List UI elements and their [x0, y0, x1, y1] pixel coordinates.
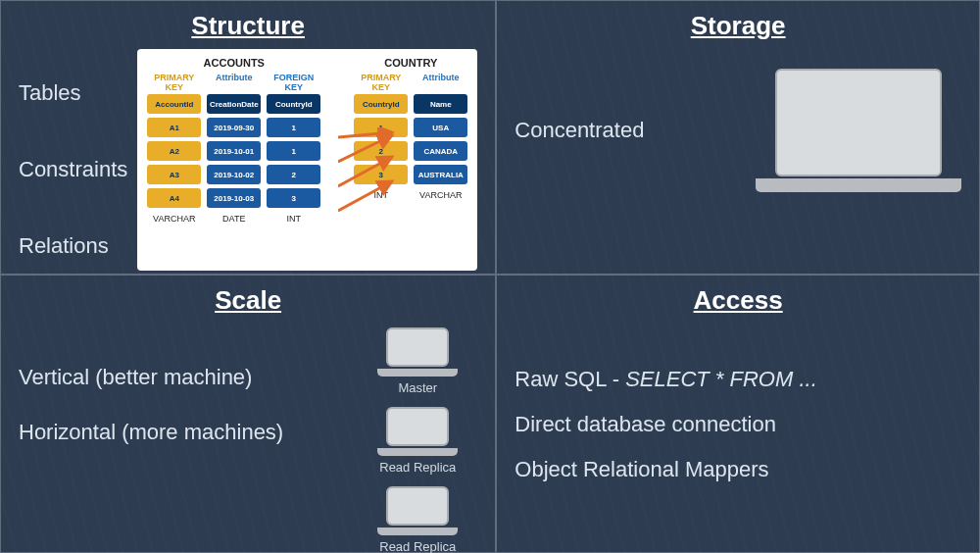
table-cell: 2019-10-02	[207, 165, 261, 184]
scale-node-replica-2: Read Replica	[377, 486, 458, 553]
db-schema-diagram: ACCOUNTS PRIMARY KEY Attribute FOREIGN K…	[137, 49, 477, 271]
access-title: Access	[514, 285, 961, 316]
table-cell: CANADA	[414, 141, 467, 161]
accounts-type-0: VARCHAR	[147, 214, 201, 224]
structure-side-labels: Tables Constraints Relations	[19, 49, 127, 271]
storage-panel: Storage Concentrated	[496, 0, 980, 275]
access-raw-sql-prefix: Raw SQL -	[514, 367, 625, 391]
laptop-icon	[377, 327, 458, 377]
accounts-header-countryid: CountryId	[267, 94, 320, 114]
table-cell: 2019-09-30	[207, 118, 261, 137]
access-direct-connection: Direct database connection	[514, 412, 961, 437]
country-table: COUNTRY PRIMARY KEY Attribute CountryId …	[354, 57, 467, 200]
table-cell: 1	[354, 118, 408, 137]
accounts-table: ACCOUNTS PRIMARY KEY Attribute FOREIGN K…	[147, 57, 320, 224]
accounts-attr-label: Attribute	[207, 73, 261, 92]
table-cell: 2	[267, 165, 320, 184]
label-tables: Tables	[19, 80, 127, 106]
label-constraints: Constraints	[19, 157, 127, 182]
access-panel: Access Raw SQL - SELECT * FROM ... Direc…	[496, 275, 980, 553]
storage-title: Storage	[514, 11, 961, 41]
scale-title: Scale	[19, 285, 477, 316]
table-cell: A4	[147, 188, 201, 208]
table-cell: A1	[147, 118, 201, 137]
country-header-countryid: CountryId	[354, 94, 408, 114]
replica-label-2: Read Replica	[377, 539, 458, 553]
scale-panel: Scale Vertical (better machine) Horizont…	[0, 275, 496, 553]
structure-title: Structure	[19, 11, 477, 41]
table-cell: USA	[414, 118, 467, 137]
scale-node-replica-1: Read Replica	[377, 407, 458, 475]
laptop-icon	[377, 407, 458, 456]
storage-text: Concentrated	[514, 118, 644, 143]
access-orm: Object Relational Mappers	[514, 457, 961, 482]
accounts-header-accountid: AccountId	[147, 94, 201, 114]
table-cell: 3	[354, 165, 408, 184]
laptop-icon	[756, 69, 961, 192]
country-attr-label: Attribute	[414, 73, 467, 92]
country-table-name: COUNTRY	[384, 57, 437, 69]
master-label: Master	[377, 380, 458, 395]
access-raw-sql-query: SELECT * FROM ...	[625, 367, 817, 391]
accounts-type-2: INT	[267, 214, 320, 224]
table-cell: 1	[267, 141, 320, 161]
accounts-pk-label: PRIMARY KEY	[147, 73, 201, 92]
table-cell: 2019-10-01	[207, 141, 261, 161]
table-cell: 2019-10-03	[207, 188, 261, 208]
laptop-icon	[377, 486, 458, 535]
accounts-header-creationdate: CreationDate	[207, 94, 261, 114]
accounts-table-name: ACCOUNTS	[204, 57, 265, 69]
table-cell: 2	[354, 141, 408, 161]
scale-node-master: Master	[377, 327, 458, 395]
table-cell: AUSTRALIA	[414, 165, 467, 184]
country-type-1: VARCHAR	[414, 190, 467, 200]
scale-horizontal-text: Horizontal (more machines)	[19, 420, 358, 445]
replica-label-1: Read Replica	[377, 460, 458, 475]
table-cell: A3	[147, 165, 201, 184]
scale-vertical-text: Vertical (better machine)	[19, 365, 358, 390]
country-header-name: Name	[414, 94, 467, 114]
accounts-type-1: DATE	[207, 214, 261, 224]
structure-panel: Structure Tables Constraints Relations A…	[0, 0, 496, 275]
access-raw-sql: Raw SQL - SELECT * FROM ...	[514, 367, 961, 392]
country-type-0: INT	[354, 190, 408, 200]
label-relations: Relations	[19, 233, 127, 259]
accounts-fk-label: FOREIGN KEY	[267, 73, 320, 92]
table-cell: 3	[267, 188, 320, 208]
table-cell: A2	[147, 141, 201, 161]
country-pk-label: PRIMARY KEY	[354, 73, 408, 92]
table-cell: 1	[267, 118, 320, 137]
